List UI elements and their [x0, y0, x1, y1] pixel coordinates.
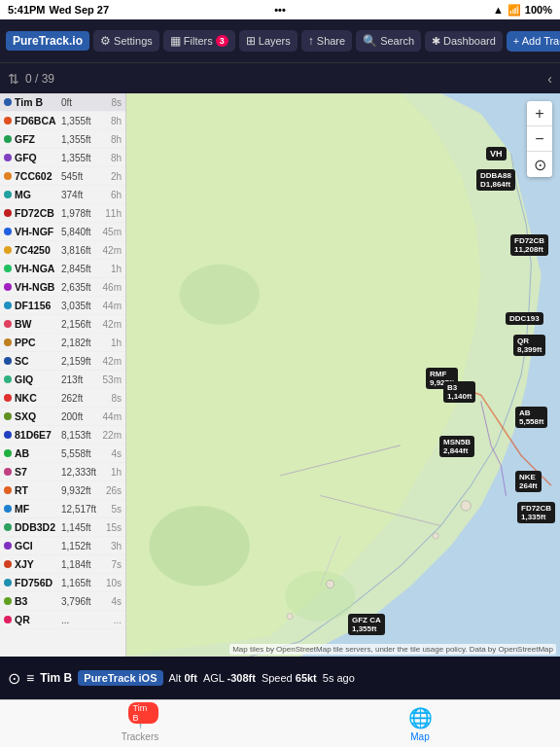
track-color-tim-b — [4, 98, 12, 106]
ago-stat: 5s ago — [323, 672, 355, 684]
dashboard-button[interactable]: ✱ Dashboard — [425, 31, 503, 52]
locate-button[interactable]: ⊙ — [527, 152, 552, 177]
track-name-vh-ngb: VH-NGB — [15, 281, 58, 293]
track-color-mf — [4, 505, 12, 513]
collapse-button[interactable]: ‹ — [547, 71, 552, 87]
track-alt-ab: 5,558ft — [61, 448, 91, 459]
second-nav: ⇅ 0 / 39 ‹ — [0, 62, 560, 93]
filters-button[interactable]: ▦ Filters 3 — [163, 30, 235, 52]
top-nav: PureTrack.io ⚙ Settings ▦ Filters 3 ⊞ La… — [0, 19, 560, 62]
logo[interactable]: PureTrack.io — [6, 31, 89, 51]
location-icon[interactable]: ⊙ — [8, 669, 20, 688]
track-time-vh-nga: 1h — [111, 264, 122, 274]
track-name-7c4250: 7C4250 — [15, 244, 58, 256]
track-time-s7: 1h — [111, 467, 122, 478]
sort-icon[interactable]: ⇅ — [8, 71, 19, 87]
track-time-fd756d: 10s — [106, 578, 122, 588]
track-color-fd6bca — [4, 117, 12, 124]
track-name-vh-ngf: VH-NGF — [15, 226, 58, 237]
add-tracker-button[interactable]: + Add Tracker — [507, 31, 560, 52]
settings-button[interactable]: ⚙ Settings — [93, 30, 159, 52]
track-time-gfq: 8h — [111, 153, 122, 163]
map-credit: Map tiles by OpenStreetMap tile servers,… — [229, 644, 556, 655]
sidebar-item-vh-ngb[interactable]: VH-NGB2,635ft46m — [0, 278, 125, 297]
sidebar-item-sxq[interactable]: SXQ200ft44m — [0, 408, 125, 426]
sidebar-item-df1156[interactable]: DF11563,035ft44m — [0, 297, 125, 315]
tab-trackers[interactable]: 📍 Tim B Trackers — [0, 706, 280, 742]
status-date: Wed Sep 27 — [50, 4, 110, 16]
sidebar-item-ab[interactable]: AB5,558ft4s — [0, 445, 125, 463]
sidebar-item-nkc[interactable]: NKC262ft8s — [0, 389, 125, 408]
track-alt-7cc602: 545ft — [61, 171, 83, 182]
track-color-df1156 — [4, 302, 12, 309]
sidebar-item-7c4250[interactable]: 7C42503,816ft42m — [0, 241, 125, 260]
track-color-vh-ngb — [4, 283, 12, 291]
sidebar-item-mg[interactable]: MG374ft6h — [0, 186, 125, 204]
track-alt-qr: ... — [61, 615, 69, 625]
track-color-rt — [4, 486, 12, 494]
sidebar-item-bw[interactable]: BW2,156ft42m — [0, 315, 125, 334]
zoom-out-button[interactable]: − — [527, 126, 552, 152]
sidebar-item-7cc602[interactable]: 7CC602545ft2h — [0, 167, 125, 186]
main-content: Tim B0ft8sFD6BCA1,355ft8hGFZ1,355ft8hGFQ… — [0, 93, 560, 657]
sidebar-item-81d6e7[interactable]: 81D6E78,153ft22m — [0, 426, 125, 445]
track-time-df1156: 44m — [103, 301, 122, 311]
sidebar-item-gfq[interactable]: GFQ1,355ft8h — [0, 149, 125, 167]
track-time-ab: 4s — [111, 448, 122, 459]
tab-map[interactable]: 🌐 Map — [280, 706, 560, 742]
sidebar-item-gfz[interactable]: GFZ1,355ft8h — [0, 130, 125, 149]
track-name-fd6bca: FD6BCA — [15, 115, 58, 126]
track-name-b3: B3 — [15, 595, 58, 607]
track-color-gfq — [4, 154, 12, 161]
status-time: 5:41PM — [8, 4, 46, 16]
sidebar-item-giq[interactable]: GIQ213ft53m — [0, 371, 125, 389]
track-name-giq: GIQ — [15, 374, 58, 385]
track-time-ddb3d2: 15s — [106, 522, 122, 533]
track-name-mg: MG — [15, 189, 58, 200]
track-alt-vh-nga: 2,845ft — [61, 264, 91, 274]
search-icon: 🔍 — [363, 34, 377, 48]
sidebar-item-fd756d[interactable]: FD756D1,165ft10s — [0, 574, 125, 592]
track-time-7cc602: 2h — [111, 171, 122, 182]
sidebar-item-ppc[interactable]: PPC2,182ft1h — [0, 334, 125, 352]
track-name-bw: BW — [15, 318, 58, 330]
layers-button[interactable]: ⊞ Layers — [239, 30, 298, 52]
track-time-rt: 26s — [106, 485, 122, 496]
track-name-gfq: GFQ — [15, 152, 58, 163]
sidebar-item-ddb3d2[interactable]: DDB3D21,145ft15s — [0, 518, 125, 537]
sidebar-item-fd72cb[interactable]: FD72CB1,978ft11h — [0, 204, 125, 223]
search-button[interactable]: 🔍 Search — [356, 30, 421, 52]
sidebar-item-rt[interactable]: RT9,932ft26s — [0, 481, 125, 500]
map-container[interactable]: VH DDBA88D1,864ft FD72CB11,208ft DDC193 … — [126, 93, 560, 657]
track-alt-81d6e7: 8,153ft — [61, 430, 91, 441]
sidebar-item-fd6bca[interactable]: FD6BCA1,355ft8h — [0, 112, 125, 130]
sidebar-item-tim-b[interactable]: Tim B0ft8s — [0, 93, 125, 112]
sidebar-item-b3[interactable]: B33,796ft4s — [0, 592, 125, 611]
sidebar-item-vh-nga[interactable]: VH-NGA2,845ft1h — [0, 260, 125, 278]
share-button[interactable]: ↑ Share — [301, 30, 352, 52]
svg-point-7 — [149, 506, 249, 587]
track-color-fd72cb — [4, 209, 12, 217]
sidebar-item-mf[interactable]: MF12,517ft5s — [0, 500, 125, 518]
map-background — [126, 93, 560, 657]
track-alt-fd6bca: 1,355ft — [61, 116, 91, 126]
sidebar-item-vh-ngf[interactable]: VH-NGF5,840ft45m — [0, 223, 125, 241]
sidebar-item-s7[interactable]: S712,333ft1h — [0, 463, 125, 481]
track-name-ddb3d2: DDB3D2 — [15, 521, 58, 533]
track-color-sc — [4, 357, 12, 365]
pilot-name: Tim B — [40, 671, 72, 685]
track-alt-ddb3d2: 1,145ft — [61, 522, 91, 533]
sidebar-item-gci[interactable]: GCI1,152ft3h — [0, 537, 125, 555]
track-time-gfz: 8h — [111, 134, 122, 145]
zoom-in-button[interactable]: + — [527, 101, 552, 126]
svg-point-11 — [326, 580, 333, 587]
sidebar-item-qr[interactable]: QR...... — [0, 611, 125, 629]
tracker-count: 0 / 39 — [25, 72, 54, 86]
track-time-giq: 53m — [103, 374, 122, 385]
sidebar-item-xjy[interactable]: XJY1,184ft7s — [0, 555, 125, 574]
sidebar-item-sc[interactable]: SC2,159ft42m — [0, 352, 125, 371]
trackers-label: Trackers — [122, 731, 159, 742]
settings-icon: ⚙ — [100, 34, 111, 48]
list-icon[interactable]: ≡ — [26, 670, 34, 686]
track-time-bw: 42m — [103, 319, 122, 330]
